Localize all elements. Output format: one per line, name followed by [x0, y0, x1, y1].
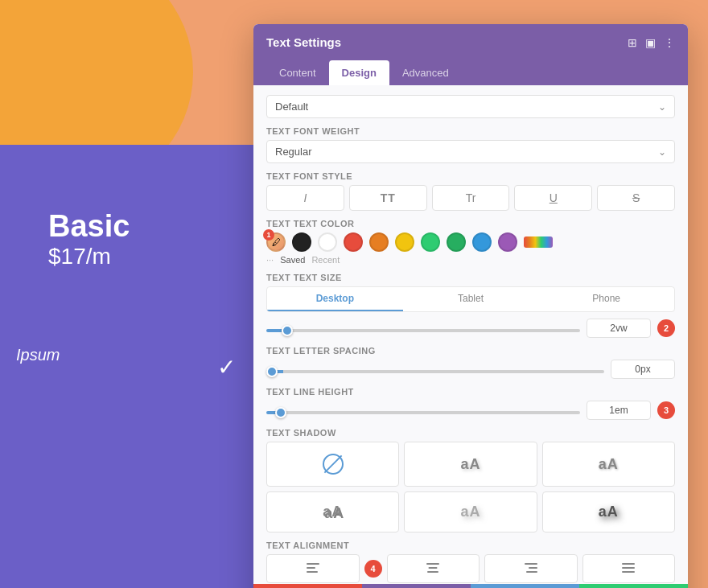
- device-tab-tablet[interactable]: Tablet: [403, 287, 539, 311]
- check-mark: ✓: [217, 354, 236, 380]
- device-tab-phone[interactable]: Phone: [538, 287, 674, 311]
- text-size-value[interactable]: 2vw: [587, 319, 651, 338]
- tab-content[interactable]: Content: [266, 60, 329, 85]
- undo-button[interactable]: ↺: [362, 584, 471, 588]
- color-blue[interactable]: [472, 232, 492, 252]
- text-shadow-label: Text Shadow: [266, 428, 675, 438]
- svg-rect-2: [307, 571, 318, 573]
- color-green-light[interactable]: [421, 232, 440, 252]
- capitalize-button[interactable]: Tr: [432, 185, 510, 211]
- uppercase-button[interactable]: TT: [349, 185, 427, 211]
- resize-icon[interactable]: ⊞: [628, 36, 637, 49]
- columns-icon[interactable]: ▣: [645, 36, 656, 49]
- badge-3: 3: [657, 401, 675, 419]
- letter-spacing-value[interactable]: 0px: [611, 360, 675, 379]
- color-yellow[interactable]: [395, 232, 414, 252]
- font-style-buttons: I TT Tr U S: [266, 185, 675, 211]
- align-right-btn[interactable]: [484, 554, 578, 583]
- align-justify-btn[interactable]: [582, 554, 676, 583]
- header-icons: ⊞ ▣ ⋮: [628, 36, 675, 49]
- tab-design[interactable]: Design: [329, 60, 389, 85]
- text-size-label: Text Text Size: [266, 273, 675, 282]
- color-eyedropper[interactable]: 1 🖊: [266, 232, 286, 252]
- shadow-slight-btn[interactable]: aA: [542, 442, 675, 487]
- alignment-buttons: 4: [266, 554, 675, 583]
- pricing-content: Basic $17/m: [48, 209, 130, 269]
- active-marker: 1: [263, 229, 274, 241]
- device-tab-desktop[interactable]: Desktop: [267, 287, 403, 311]
- save-button[interactable]: ✓: [579, 584, 688, 588]
- letter-spacing-slider-wrap: [266, 362, 604, 376]
- text-settings-panel: Text Settings ⊞ ▣ ⋮ Content Design Advan…: [253, 24, 688, 588]
- shadow-grid: aA aA aA aA aA: [266, 442, 675, 532]
- text-size-slider[interactable]: [266, 329, 580, 332]
- italic-button[interactable]: I: [266, 185, 344, 211]
- svg-rect-0: [307, 563, 319, 565]
- shadow-dark-btn[interactable]: aA: [542, 491, 675, 532]
- svg-rect-8: [526, 571, 537, 573]
- shadow-gray-text: aA: [460, 504, 480, 520]
- align-left-btn[interactable]: [266, 554, 360, 583]
- shadow-dark-text: aA: [599, 504, 619, 520]
- line-height-label: Text Line Height: [266, 387, 675, 397]
- letter-spacing-label: Text Letter Spacing: [266, 346, 675, 356]
- cancel-button[interactable]: ✕: [253, 584, 362, 588]
- color-black[interactable]: [292, 232, 311, 252]
- font-weight-select[interactable]: Regular Bold Light ⌄: [266, 140, 675, 163]
- shadow-none-btn[interactable]: [266, 442, 399, 487]
- shadow-solid-text: aA: [323, 504, 343, 520]
- color-purple[interactable]: [498, 232, 517, 252]
- eyedropper-icon: 🖊: [272, 237, 281, 247]
- panel-title: Text Settings: [266, 35, 341, 49]
- svg-rect-3: [426, 563, 439, 565]
- line-height-slider[interactable]: [266, 411, 580, 414]
- device-tabs: Desktop Tablet Phone: [266, 286, 675, 312]
- color-saved-recent: ··· Saved Recent: [266, 255, 675, 265]
- text-alignment-label: Text Alignment: [266, 541, 675, 550]
- font-weight-label: Text Font Weight: [266, 126, 675, 136]
- recent-label[interactable]: Recent: [311, 255, 340, 265]
- shadow-solid-btn[interactable]: aA: [266, 491, 399, 532]
- svg-rect-10: [622, 567, 635, 569]
- dots-more[interactable]: ···: [266, 255, 274, 265]
- align-center-btn[interactable]: [387, 554, 480, 583]
- shadow-gray-btn[interactable]: aA: [404, 491, 537, 532]
- tab-advanced[interactable]: Advanced: [389, 60, 462, 85]
- letter-spacing-slider-row: 0px: [266, 360, 675, 379]
- color-green-dark[interactable]: [447, 232, 466, 252]
- text-size-slider-wrap: [266, 321, 580, 335]
- svg-rect-9: [622, 563, 635, 565]
- strikethrough-button[interactable]: S: [597, 185, 675, 211]
- panel-header: Text Settings ⊞ ▣ ⋮: [253, 24, 688, 60]
- color-red[interactable]: [344, 232, 363, 252]
- shadow-light-btn[interactable]: aA: [404, 442, 537, 487]
- color-white[interactable]: [318, 232, 337, 252]
- saved-label[interactable]: Saved: [280, 255, 305, 265]
- font-style-label: Text Font Style: [266, 171, 675, 181]
- text-color-label: Text Text Color: [266, 219, 675, 228]
- font-weight-dropdown[interactable]: Regular Bold Light: [275, 146, 666, 158]
- svg-rect-11: [622, 571, 635, 573]
- underline-button[interactable]: U: [514, 185, 592, 211]
- badge-4: 4: [364, 560, 382, 578]
- bottom-bar: ✕ ↺ ↻ ✓: [253, 584, 688, 588]
- color-gradient-picker[interactable]: [524, 236, 553, 248]
- svg-rect-7: [529, 567, 537, 569]
- color-swatches: 1 🖊: [266, 232, 675, 252]
- no-shadow-icon: [323, 454, 344, 475]
- font-family-dropdown[interactable]: Default Arial Georgia: [275, 101, 666, 113]
- pricing-title: Basic: [48, 209, 130, 244]
- line-height-slider-wrap: [266, 403, 580, 417]
- letter-spacing-slider[interactable]: [266, 370, 604, 373]
- redo-button[interactable]: ↻: [471, 584, 579, 588]
- text-size-slider-row: 2vw 2: [266, 319, 675, 338]
- svg-rect-4: [429, 567, 438, 569]
- more-icon[interactable]: ⋮: [664, 36, 675, 49]
- line-height-value[interactable]: 1em: [587, 401, 651, 420]
- font-family-select[interactable]: Default Arial Georgia ⌄: [266, 95, 675, 118]
- svg-rect-5: [427, 571, 438, 573]
- line-height-slider-row: 1em 3: [266, 401, 675, 420]
- shadow-light-text: aA: [460, 456, 480, 473]
- shadow-slight-text: aA: [599, 456, 619, 473]
- color-orange[interactable]: [369, 232, 389, 252]
